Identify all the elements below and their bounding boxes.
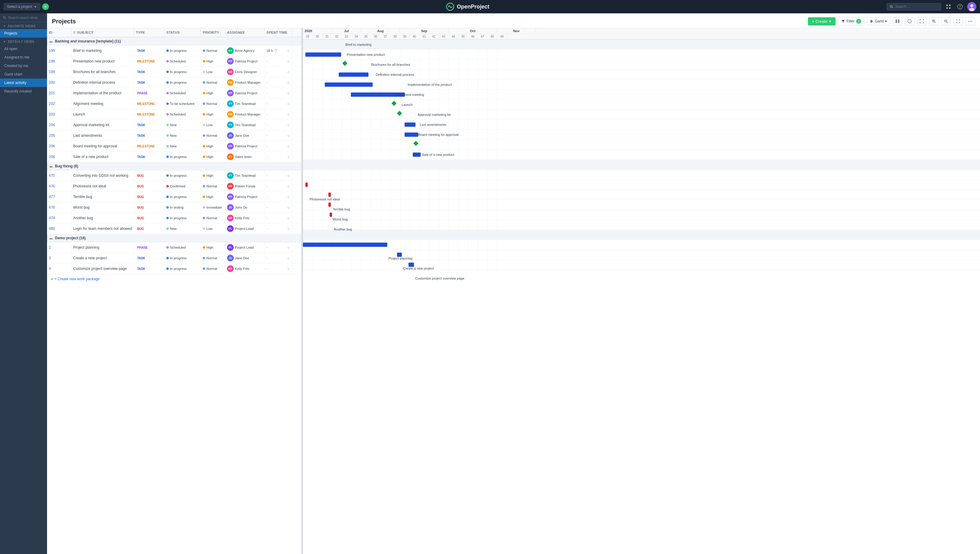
circle-icon[interactable]: ○: [287, 173, 290, 178]
circle-icon[interactable]: ○: [287, 256, 290, 261]
row-priority: High: [201, 88, 225, 98]
favorite-views-header[interactable]: ▼ Favorite Views: [0, 22, 47, 29]
default-views-label: Default Views: [8, 40, 34, 43]
row-id[interactable]: 203: [47, 109, 71, 119]
sidebar-item-latest-activity[interactable]: Latest activity: [0, 78, 47, 87]
col-type[interactable]: TYPE: [134, 28, 164, 37]
sidebar-item-recently-created[interactable]: Recently created: [0, 87, 47, 96]
top-search-box[interactable]: [886, 3, 941, 10]
help-icon[interactable]: ?: [956, 2, 964, 11]
circle-icon[interactable]: ○: [287, 216, 290, 220]
circle-icon[interactable]: ○: [287, 91, 290, 96]
create-new-link[interactable]: + + Create new work package: [47, 274, 301, 284]
circle-icon[interactable]: ○: [287, 112, 290, 117]
row-actions: [292, 77, 301, 88]
circle-icon[interactable]: ○: [287, 101, 290, 106]
sidebar-search[interactable]: [0, 13, 47, 22]
col-priority[interactable]: PRIORITY: [201, 28, 225, 37]
col-spent-time[interactable]: SPENT TIME: [265, 28, 292, 37]
circle-icon[interactable]: ○: [287, 184, 290, 189]
row-id[interactable]: 205: [47, 131, 71, 141]
row-spent-time: - ○: [265, 151, 292, 162]
table-row: 4 Customize project overview page TASK I…: [47, 264, 301, 274]
default-views-header[interactable]: ▼ Default Views: [0, 38, 47, 45]
columns-button[interactable]: [892, 17, 902, 25]
circle-icon[interactable]: ○: [287, 194, 290, 199]
group-bugfixing[interactable]: ▬ Bug fixing (6): [47, 162, 301, 170]
circle-icon[interactable]: ○: [287, 144, 290, 148]
sidebar-search-input[interactable]: [8, 16, 44, 19]
circle-icon[interactable]: ○: [287, 123, 290, 127]
sidebar-item-created-by-me[interactable]: Created by me: [0, 62, 47, 70]
add-project-button[interactable]: +: [42, 3, 49, 10]
info-button[interactable]: i: [905, 17, 915, 25]
row-id[interactable]: 480: [47, 223, 71, 234]
row-type: BUG: [134, 202, 164, 213]
gantt-bar: [325, 83, 373, 87]
circle-icon[interactable]: ○: [287, 48, 290, 53]
row-id[interactable]: 200: [47, 77, 71, 88]
svg-rect-15: [870, 21, 873, 22]
row-id[interactable]: 198: [47, 56, 71, 67]
chevron-down-icon: ▾: [885, 19, 887, 23]
row-id[interactable]: 478: [47, 202, 71, 213]
circle-icon[interactable]: ○: [287, 80, 290, 85]
row-status: In progress: [164, 192, 201, 202]
circle-icon[interactable]: ○: [287, 205, 290, 210]
time-icon[interactable]: ⏱: [274, 49, 278, 53]
group-banking[interactable]: ▬ Banking and insurance [template] (11): [47, 37, 301, 46]
row-id[interactable]: 195: [47, 46, 71, 56]
col-assignee[interactable]: ASSIGNEE: [225, 28, 265, 37]
fullscreen-button[interactable]: [917, 17, 927, 25]
circle-icon[interactable]: ○: [287, 59, 290, 64]
circle-icon[interactable]: ○: [287, 69, 290, 74]
create-button[interactable]: + Create ▾: [808, 17, 836, 25]
row-id[interactable]: 206: [47, 141, 71, 151]
row-id[interactable]: 3: [47, 253, 71, 263]
col-subject[interactable]: SUBJECT: [71, 28, 134, 37]
row-id[interactable]: 208: [47, 151, 71, 162]
row-id[interactable]: 199: [47, 67, 71, 77]
row-id[interactable]: 201: [47, 88, 71, 98]
row-id[interactable]: 479: [47, 213, 71, 223]
project-selector[interactable]: Select a project ▼: [4, 3, 40, 10]
row-id[interactable]: 2: [47, 242, 71, 253]
assignee-avatar: KF: [227, 265, 234, 272]
svg-rect-32: [73, 32, 75, 33]
col-id[interactable]: ID ↑: [47, 28, 71, 37]
row-id[interactable]: 476: [47, 181, 71, 191]
col-status[interactable]: STATUS: [164, 28, 201, 37]
circle-icon[interactable]: ○: [287, 154, 290, 159]
sidebar-item-all-open[interactable]: All open: [0, 45, 47, 53]
expand-button[interactable]: [953, 17, 963, 25]
assignee-avatar: JD: [227, 255, 234, 261]
circle-icon[interactable]: ○: [287, 226, 290, 231]
avatar[interactable]: [967, 2, 976, 11]
priority-dot: [203, 124, 205, 126]
row-status: In progress: [164, 67, 201, 77]
sidebar-item-projects[interactable]: Projects: [0, 29, 47, 38]
sidebar: ▼ Favorite Views Projects ▼ Default View…: [0, 13, 47, 554]
gantt-week: 33: [342, 34, 351, 39]
row-id[interactable]: 477: [47, 192, 71, 202]
zoom-out-button[interactable]: [941, 17, 951, 25]
sidebar-item-assigned-to-me[interactable]: Assigned to me: [0, 53, 47, 62]
row-subject: Last amendments: [71, 131, 134, 141]
gantt-button[interactable]: Gantt ▾: [867, 17, 890, 25]
more-options-button[interactable]: [966, 17, 975, 25]
search-input[interactable]: [895, 5, 938, 9]
zoom-in-button[interactable]: [929, 17, 939, 25]
grid-icon[interactable]: [944, 2, 953, 11]
row-id[interactable]: 4: [47, 264, 71, 274]
circle-icon[interactable]: ○: [287, 245, 290, 250]
row-spent-time: - ○: [265, 181, 292, 191]
circle-icon[interactable]: ○: [287, 266, 290, 271]
row-id[interactable]: 204: [47, 120, 71, 130]
sidebar-item-gantt-chart[interactable]: Gantt chart: [0, 70, 47, 78]
gantt-week: 29: [303, 34, 313, 39]
row-id[interactable]: 475: [47, 170, 71, 181]
filter-button[interactable]: Filter 2: [838, 17, 864, 25]
group-demo[interactable]: ▬ Demo project (16): [47, 234, 301, 242]
circle-icon[interactable]: ○: [287, 133, 290, 138]
row-id[interactable]: 202: [47, 99, 71, 109]
